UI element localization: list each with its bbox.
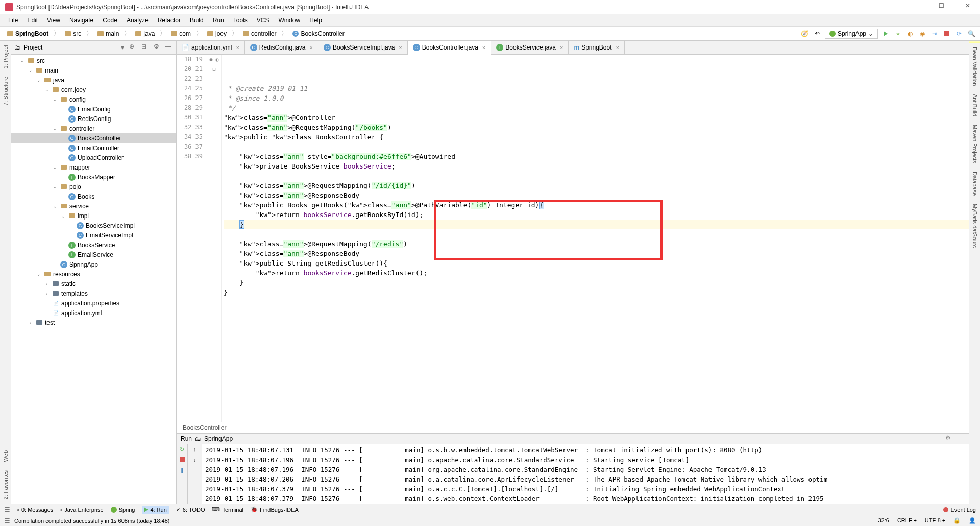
chevron-down-icon[interactable]: ▾ xyxy=(121,44,124,51)
minimize-button[interactable]: — xyxy=(908,2,922,12)
stop-icon[interactable] xyxy=(178,457,186,465)
tree-item-emailserviceimpl[interactable]: CEmailServiceImpl xyxy=(11,230,176,240)
editor-breadcrumb[interactable]: BooksController xyxy=(177,422,969,433)
tree-item-application-properties[interactable]: 📄application.properties xyxy=(11,298,176,308)
code-editor[interactable]: 18 19 20 21 22 23 24 25 26 27 28 29 30 3… xyxy=(177,55,969,422)
tree-item-booksmapper[interactable]: IBooksMapper xyxy=(11,172,176,182)
run-config-selector[interactable]: SpringApp ⌄ xyxy=(825,29,878,39)
tab-bookscontroller-java[interactable]: CBooksController.java× xyxy=(408,41,492,55)
line-separator[interactable]: CRLF ÷ xyxy=(897,517,917,524)
menu-build[interactable]: Build xyxy=(186,16,208,25)
search-icon[interactable]: 🔍 xyxy=(967,29,976,38)
tree-item-src[interactable]: ⌄src xyxy=(11,56,176,65)
bottom-tool-terminal[interactable]: ⌨ Terminal xyxy=(212,506,243,514)
crumb-main[interactable]: main xyxy=(94,29,122,38)
close-icon[interactable]: × xyxy=(616,44,619,51)
tree-item-application-yml[interactable]: 📄application.yml xyxy=(11,308,176,318)
up-icon[interactable]: ↑ xyxy=(191,446,199,455)
tree-item-emailservice[interactable]: IEmailService xyxy=(11,250,176,259)
tree-item-emailcontroller[interactable]: CEmailController xyxy=(11,143,176,153)
maximize-button[interactable]: ☐ xyxy=(934,2,948,12)
tree-item-redisconfig[interactable]: CRedisConfig xyxy=(11,114,176,124)
tab-springboot[interactable]: mSpringBoot× xyxy=(569,41,624,54)
tree-item-pojo[interactable]: ⌄pojo xyxy=(11,182,176,192)
tree-item-impl[interactable]: ⌄impl xyxy=(11,211,176,221)
maven-tool[interactable]: Maven Projects xyxy=(971,121,979,168)
crumb-joey[interactable]: joey xyxy=(204,29,230,38)
menu-run[interactable]: Run xyxy=(209,16,228,25)
crumb-controller[interactable]: controller xyxy=(240,29,279,38)
bottom-tool-4--run[interactable]: 4: Run xyxy=(142,506,168,514)
tree-item-springapp[interactable]: CSpringApp xyxy=(11,259,176,269)
tree-item-service[interactable]: ⌄service xyxy=(11,201,176,211)
web-tool[interactable]: Web xyxy=(2,446,10,466)
close-icon[interactable]: × xyxy=(236,44,239,51)
bottom-tool-java-enterprise[interactable]: ▫ Java Enterprise xyxy=(60,506,103,514)
inspector-icon[interactable]: 👤 xyxy=(969,517,976,524)
debug-icon[interactable]: ⌖ xyxy=(893,29,902,38)
pause-icon[interactable]: ‖ xyxy=(178,467,186,475)
tree-item-bookscontroller[interactable]: CBooksController xyxy=(11,133,176,143)
database-tool[interactable]: Database xyxy=(971,168,979,200)
backward-icon[interactable]: ↶ xyxy=(813,29,822,38)
tab-redisconfig-java[interactable]: CRedisConfig.java× xyxy=(245,41,318,54)
close-icon[interactable]: × xyxy=(560,44,563,51)
tree-item-booksservice[interactable]: IBooksService xyxy=(11,240,176,250)
encoding[interactable]: UTF-8 ÷ xyxy=(925,517,945,524)
bean-validation-tool[interactable]: Bean Validation xyxy=(971,43,979,90)
tree-item-templates[interactable]: ›templates xyxy=(11,289,176,298)
menu-navigate[interactable]: Navigate xyxy=(65,16,97,25)
crumb-bookscontroller[interactable]: CBooksController xyxy=(289,29,347,38)
tree-item-uploadcontroller[interactable]: CUploadController xyxy=(11,153,176,162)
crumb-springboot[interactable]: SpringBoot xyxy=(4,29,52,38)
project-tree[interactable]: ⌄src⌄main⌄java⌄com.joey⌄configCEmailConf… xyxy=(11,55,176,504)
crumb-com[interactable]: com xyxy=(168,29,194,38)
tree-item-books[interactable]: CBooks xyxy=(11,192,176,201)
bottom-tool-6--todo[interactable]: ✓ 6: TODO xyxy=(176,506,205,514)
tree-item-booksserviceimpl[interactable]: CBooksServiceImpl xyxy=(11,221,176,230)
tree-item-com-joey[interactable]: ⌄com.joey xyxy=(11,85,176,94)
run-icon[interactable] xyxy=(881,29,890,38)
tab-application-yml[interactable]: 📄application.yml× xyxy=(177,41,245,54)
menu-analyze[interactable]: Analyze xyxy=(122,16,153,25)
menu-window[interactable]: Window xyxy=(274,16,304,25)
tree-item-java[interactable]: ⌄java xyxy=(11,75,176,85)
code-content[interactable]: * @create 2019-01-11 * @since 1.0.0 */"k… xyxy=(222,55,969,422)
crumb-java[interactable]: java xyxy=(132,29,158,38)
tab-booksserviceimpl-java[interactable]: CBooksServiceImpl.java× xyxy=(318,41,408,54)
hide-icon[interactable]: — xyxy=(164,43,173,52)
menu-code[interactable]: Code xyxy=(99,16,121,25)
menu-file[interactable]: File xyxy=(4,16,22,25)
close-icon[interactable]: × xyxy=(482,44,485,51)
event-log-button[interactable]: Event Log xyxy=(943,507,976,513)
collapse-icon[interactable]: ⊟ xyxy=(139,43,149,52)
compass-icon[interactable]: 🧭 xyxy=(800,29,810,38)
tree-item-mapper[interactable]: ⌄mapper xyxy=(11,162,176,172)
menu-edit[interactable]: Edit xyxy=(23,16,42,25)
bottom-tool-findbugs-idea[interactable]: 🐞 FindBugs-IDEA xyxy=(251,506,299,514)
hide-icon[interactable]: — xyxy=(955,434,965,443)
tree-item-main[interactable]: ⌄main xyxy=(11,65,176,75)
menu-refactor[interactable]: Refactor xyxy=(154,16,185,25)
rerun-icon[interactable]: ↻ xyxy=(178,446,186,455)
lock-icon[interactable]: 🔒 xyxy=(953,517,961,524)
tab-booksservice-java[interactable]: IBooksService.java× xyxy=(491,41,569,54)
attach-icon[interactable]: ⇥ xyxy=(930,29,939,38)
bottom-tool-spring[interactable]: Spring xyxy=(111,506,135,514)
ant-build-tool[interactable]: Ant Build xyxy=(971,90,979,121)
down-icon[interactable]: ↓ xyxy=(191,457,199,465)
console-output[interactable]: 2019-01-15 18:48:07.131 INFO 15276 --- [… xyxy=(202,444,969,504)
profile-icon[interactable]: ◉ xyxy=(918,29,927,38)
caret-position[interactable]: 32:6 xyxy=(878,517,889,524)
close-button[interactable]: ✕ xyxy=(961,2,975,12)
mybatis-tool[interactable]: MyBatis datSourc xyxy=(971,200,979,252)
crumb-src[interactable]: src xyxy=(62,29,84,38)
menu-tools[interactable]: Tools xyxy=(229,16,252,25)
tool-menu-icon[interactable]: ☰ xyxy=(4,506,10,513)
tree-item-config[interactable]: ⌄config xyxy=(11,94,176,104)
tree-item-controller[interactable]: ⌄controller xyxy=(11,124,176,133)
stop-icon[interactable] xyxy=(942,29,951,38)
tree-item-resources[interactable]: ⌄resources xyxy=(11,269,176,279)
coverage-icon[interactable]: ◐ xyxy=(905,29,915,38)
menu-vcs[interactable]: VCS xyxy=(253,16,274,25)
